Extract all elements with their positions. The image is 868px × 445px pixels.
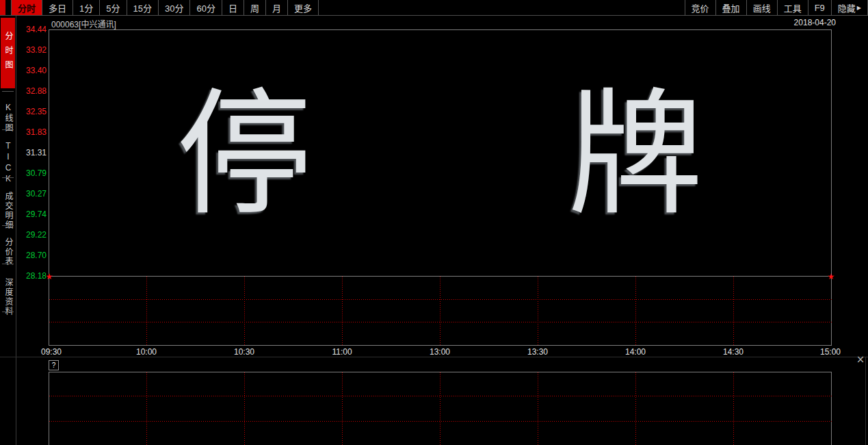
volume-gridline-v (342, 277, 343, 345)
bottom-gridline-v (342, 372, 343, 445)
price-tick: 29.22 (19, 230, 47, 240)
suspended-text-char2: 牌 (568, 88, 703, 224)
panel-separator (0, 357, 868, 357)
tab-day[interactable]: 日 (222, 0, 244, 15)
bottom-gridline-h (49, 421, 832, 422)
tab-5min[interactable]: 5分 (100, 0, 127, 15)
tab-week[interactable]: 周 (244, 0, 266, 15)
sidebar-divider (2, 91, 14, 92)
button-hide-label: 隐藏 (838, 1, 856, 14)
previous-close-line (49, 276, 832, 277)
bottom-gridline-v (635, 372, 636, 445)
close-icon[interactable]: × (855, 354, 866, 365)
tab-1min[interactable]: 1分 (73, 0, 100, 15)
price-tick: 30.27 (19, 189, 47, 199)
volume-gridline-v (244, 277, 245, 345)
bottom-gridline-v (244, 372, 245, 445)
button-tools[interactable]: 工具 (778, 0, 808, 15)
time-tick: 13:30 (527, 347, 548, 357)
stock-title: 000063[中兴通讯] (51, 18, 116, 29)
sidebar-item-price-table[interactable]: 分价表 (1, 230, 15, 273)
time-tick: 14:00 (625, 347, 646, 357)
time-tick: 09:30 (41, 347, 62, 357)
button-hide[interactable]: 隐藏 ▶ (832, 0, 868, 15)
help-button[interactable]: ? (49, 360, 59, 370)
tab-realtime[interactable]: 分时 (11, 0, 42, 15)
tabbar-spacer (319, 0, 679, 15)
time-tick: 10:30 (234, 347, 254, 357)
tab-multiday[interactable]: 多日 (42, 0, 73, 15)
sidebar-divider (2, 264, 14, 264)
sidebar-divider (2, 312, 14, 312)
price-tick: 33.92 (19, 45, 47, 55)
chevron-right-icon: ▶ (857, 5, 861, 11)
bottom-gridline-v (538, 372, 538, 445)
volume-gridline-h (49, 299, 832, 300)
volume-gridline-v (440, 277, 440, 345)
sidebar-item-kline-chart[interactable]: K线图 (1, 96, 15, 139)
tab-month[interactable]: 月 (266, 0, 288, 15)
sidebar-item-depth-info[interactable]: 深度资料 (1, 268, 15, 326)
time-tick: 10:00 (136, 347, 157, 357)
button-drawline[interactable]: 画线 (747, 0, 778, 15)
chart-date: 2018-04-20 (766, 18, 836, 27)
bottom-gridline-h (49, 396, 832, 396)
button-overlay[interactable]: 叠加 (716, 0, 747, 15)
price-tick: 32.88 (19, 86, 47, 96)
price-tick: 31.31 (19, 148, 47, 157)
sidebar-divider (2, 177, 14, 178)
volume-gridline-h (49, 322, 832, 322)
volume-gridline-v (635, 277, 636, 345)
price-tick: 31.83 (19, 127, 47, 137)
button-bidding[interactable]: 竞价 (685, 0, 716, 15)
time-tick: 14:30 (723, 347, 744, 357)
stock-terminal-window: 分时 多日 1分 5分 15分 30分 60分 日 周 月 更多 竞价 叠加 画… (0, 0, 868, 445)
line-end-star-icon: ★ (828, 272, 835, 281)
bottom-gridline-v (733, 372, 734, 445)
tab-30min[interactable]: 30分 (159, 0, 190, 15)
line-end-star-icon: ★ (46, 272, 53, 281)
volume-gridline-v (538, 277, 538, 345)
price-tick: 32.35 (19, 107, 47, 116)
view-sidebar: 分时图 K线图 TICK 成交明细 分价表 深度资料 (0, 16, 16, 445)
corner-accent (0, 0, 5, 15)
volume-gridline-v (146, 277, 147, 345)
price-tick: 34.44 (19, 25, 47, 34)
bottom-gridline-v (146, 372, 147, 445)
time-tick: 11:00 (332, 347, 352, 357)
price-tick: 28.18 (19, 271, 47, 281)
bottom-gridline-v (440, 372, 440, 445)
price-tick: 29.74 (19, 209, 47, 219)
tab-60min[interactable]: 60分 (190, 0, 222, 15)
price-tick: 28.70 (19, 251, 47, 260)
suspended-text-char1: 停 (176, 88, 312, 224)
sidebar-divider (2, 225, 14, 226)
price-tick: 33.40 (19, 66, 47, 75)
button-f9[interactable]: F9 (808, 0, 832, 15)
time-tick: 15:00 (820, 347, 841, 357)
tab-15min[interactable]: 15分 (127, 0, 159, 15)
sidebar-divider (2, 129, 14, 130)
tab-more[interactable]: 更多 (288, 0, 319, 15)
volume-gridline-v (733, 277, 734, 345)
time-tick: 13:00 (430, 347, 450, 357)
period-tabbar: 分时 多日 1分 5分 15分 30分 60分 日 周 月 更多 竞价 叠加 画… (0, 0, 868, 16)
sidebar-item-realtime-chart[interactable]: 分时图 (1, 18, 15, 88)
panel-right-edge (865, 357, 866, 445)
price-tick: 30.79 (19, 168, 47, 178)
